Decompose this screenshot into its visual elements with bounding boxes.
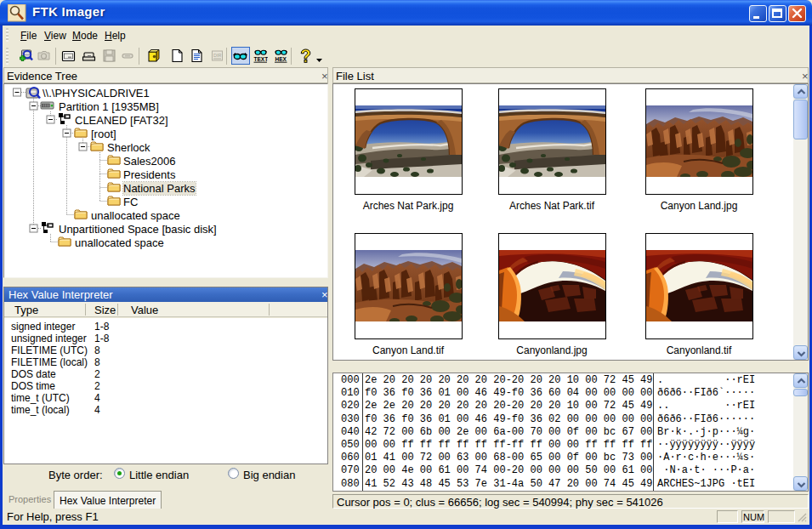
svg-text:HEX: HEX (275, 56, 287, 62)
svg-text:TEXT: TEXT (254, 56, 269, 62)
svg-text:DIR: DIR (213, 53, 222, 58)
